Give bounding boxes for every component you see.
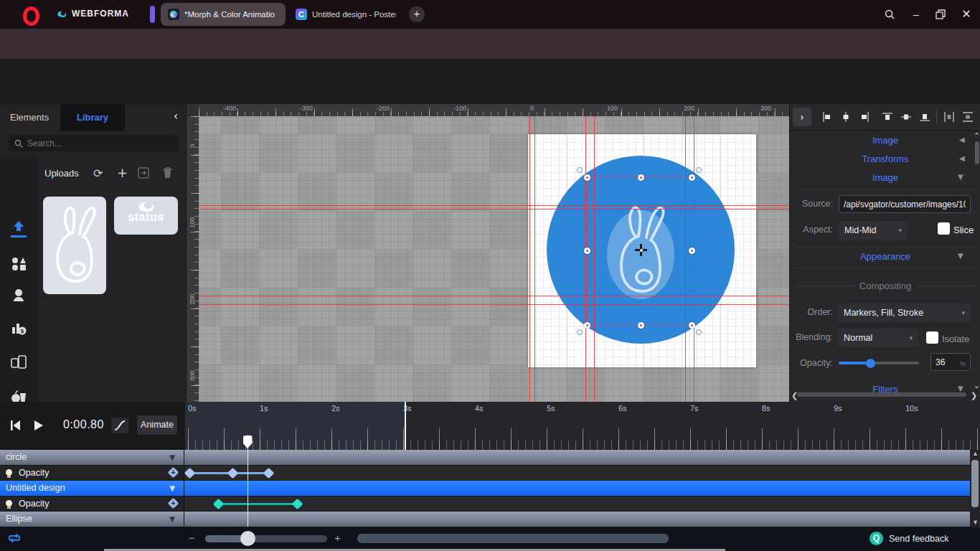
align-left-icon[interactable]	[821, 111, 833, 123]
track-header[interactable]: circle▼	[0, 450, 184, 465]
slice-checkbox[interactable]	[938, 222, 950, 235]
easing-icon[interactable]	[111, 418, 128, 433]
tab-library[interactable]: Library	[60, 104, 125, 131]
vscroll-down-icon[interactable]: ⌄	[974, 381, 980, 390]
canvas-viewport[interactable]	[199, 116, 789, 402]
timeline-zoom-thumb[interactable]	[240, 531, 255, 546]
guide-vertical[interactable]	[529, 116, 530, 402]
track-header[interactable]: Opacity+	[0, 466, 184, 481]
timeline-vscroll-thumb[interactable]	[971, 460, 979, 507]
order-select[interactable]: Markers, Fill, Stroke ▾	[838, 303, 971, 322]
align-right-icon[interactable]	[859, 111, 870, 123]
section-image2[interactable]: Image	[790, 172, 980, 183]
selection-handle-s[interactable]	[638, 322, 644, 329]
upload-thumbnail-bunny[interactable]	[43, 197, 106, 294]
selection-corner-ring[interactable]	[577, 329, 583, 335]
workspace-label[interactable]: WEBFORMA	[72, 9, 129, 19]
timeline-zoom-out[interactable]: −	[189, 532, 195, 544]
animation-end-marker[interactable]	[405, 402, 406, 450]
animate-button[interactable]: Animate	[137, 415, 177, 435]
track-header[interactable]: Untitled design▼	[0, 481, 184, 496]
track-lane[interactable]	[184, 466, 970, 481]
aspect-select[interactable]: Mid-Mid ▾	[839, 221, 908, 240]
selection-corner-ring[interactable]	[696, 329, 702, 335]
track-header[interactable]: Ellipse▼	[0, 512, 184, 527]
collapse-caret-icon[interactable]: ▼	[169, 453, 175, 461]
people-category-icon[interactable]	[0, 288, 37, 303]
new-tab-button[interactable]: +	[409, 6, 425, 22]
add-keyframe-button[interactable]: +	[168, 467, 179, 479]
play-icon[interactable]	[34, 420, 44, 431]
opera-menu-icon[interactable]	[23, 6, 39, 26]
timeline-zoom-in[interactable]: +	[334, 532, 341, 544]
collapse-panel-icon[interactable]: ‹	[174, 110, 178, 123]
tab-untitled-design[interactable]: C Untitled design - Poster -	[288, 3, 403, 26]
isolate-checkbox[interactable]	[926, 331, 938, 344]
track-lane[interactable]	[184, 450, 970, 465]
selection-corner-ring[interactable]	[577, 167, 583, 173]
scroll-down-icon[interactable]: ▼	[972, 519, 979, 526]
track-lane[interactable]	[184, 512, 970, 527]
section-filters-caret-icon[interactable]: ▼	[958, 385, 963, 392]
tab-elements[interactable]: Elements	[10, 104, 49, 131]
finance-category-icon[interactable]: $	[0, 320, 37, 336]
transform-origin-anchor[interactable]	[635, 244, 647, 256]
refresh-uploads-icon[interactable]: ⟳	[93, 166, 103, 180]
collapse-caret-icon[interactable]: ▼	[169, 484, 175, 492]
feedback-icon[interactable]: Q	[870, 532, 883, 545]
selection-handle-se[interactable]	[689, 322, 695, 329]
collapse-caret-icon[interactable]: ▼	[169, 515, 175, 523]
guide-horizontal[interactable]	[199, 209, 789, 209]
opacity-value-box[interactable]: 36 %	[930, 353, 971, 371]
align-middle-v-icon[interactable]	[900, 111, 912, 123]
align-bottom-icon[interactable]	[919, 111, 930, 123]
add-upload-icon[interactable]: +	[117, 165, 128, 180]
keyframe-diamond[interactable]	[227, 467, 238, 479]
track-lane[interactable]	[184, 496, 970, 512]
section-transforms[interactable]: Transforms	[790, 154, 980, 164]
vscroll-up-icon[interactable]: ⌃	[974, 131, 980, 141]
shapes-category-icon[interactable]	[0, 257, 37, 271]
panel-vscrollbar[interactable]	[975, 141, 979, 164]
library-search-input[interactable]	[9, 135, 178, 151]
guide-vertical[interactable]	[694, 116, 694, 402]
keyframe-diamond[interactable]	[263, 467, 274, 479]
guide-vertical[interactable]	[585, 116, 586, 402]
selection-handle-nw[interactable]	[584, 174, 590, 181]
opacity-slider-thumb[interactable]	[866, 359, 875, 368]
selection-corner-ring[interactable]	[696, 167, 702, 173]
section-appearance[interactable]: Appearance	[790, 251, 980, 262]
selection-handle-w[interactable]	[584, 248, 590, 254]
playhead-line[interactable]	[248, 435, 249, 527]
tab-group-indicator[interactable]	[150, 6, 155, 23]
guide-vertical[interactable]	[534, 116, 535, 402]
section-image2-caret-icon[interactable]: ▼	[958, 173, 963, 181]
delete-upload-icon[interactable]	[162, 166, 173, 179]
selection-handle-sw[interactable]	[584, 322, 590, 329]
timeline-vscrollbar[interactable]: ▲ ▼	[970, 450, 980, 527]
section-image[interactable]: Image	[790, 135, 980, 146]
keyframe-diamond[interactable]	[184, 467, 195, 479]
scroll-up-icon[interactable]: ▲	[972, 450, 979, 457]
timeline-ruler[interactable]: 0s1s2s3s4s5s6s7s8s9s10s	[185, 402, 980, 450]
selection-handle-e[interactable]	[689, 248, 695, 254]
expand-panel-icon[interactable]: ›	[793, 108, 811, 126]
skip-to-start-icon[interactable]	[10, 420, 21, 431]
upload-thumbnail-status[interactable]: status	[114, 197, 178, 235]
restore-button[interactable]	[930, 6, 951, 23]
add-keyframe-button[interactable]: +	[168, 498, 179, 509]
panel-hscrollbar[interactable]	[797, 392, 966, 397]
section-transforms-caret-icon[interactable]: ◀	[959, 154, 965, 162]
titlebar-search-icon[interactable]	[879, 6, 900, 23]
blending-select[interactable]: Normal ▾	[838, 329, 918, 347]
close-button[interactable]: ✕	[956, 6, 977, 23]
hscroll-right-icon[interactable]: ❯	[971, 391, 977, 400]
minimize-button[interactable]: –	[905, 6, 927, 23]
timeline-hscrollbar[interactable]	[357, 534, 669, 543]
track-lane[interactable]	[184, 481, 970, 496]
keyframe-diamond[interactable]	[291, 498, 303, 509]
keyframe-diamond[interactable]	[212, 498, 224, 509]
source-input[interactable]	[839, 195, 971, 213]
uploads-category-icon[interactable]	[0, 220, 37, 235]
section-appearance-caret-icon[interactable]: ▼	[958, 252, 963, 260]
